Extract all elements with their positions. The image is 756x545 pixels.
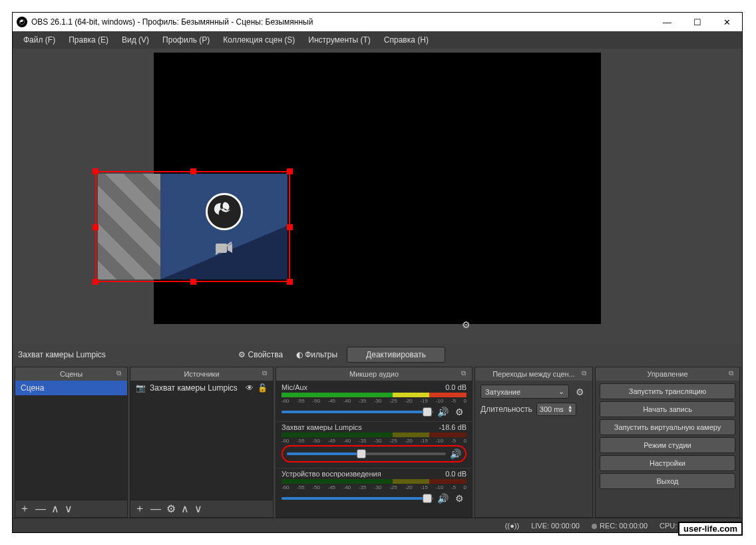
menu-view[interactable]: Вид (V) — [115, 33, 156, 47]
vu-meter — [282, 479, 467, 484]
popout-icon[interactable]: ⧉ — [262, 369, 270, 377]
gear-icon: ⚙ — [238, 350, 246, 359]
deactivate-button[interactable]: Деактивировать — [347, 347, 445, 363]
maximize-button[interactable]: ☐ — [682, 13, 712, 31]
menu-tools[interactable]: Инструменты (T) — [301, 33, 377, 47]
vu-meter — [282, 393, 467, 397]
resize-handle[interactable] — [190, 168, 196, 174]
exit-button[interactable]: Выход — [600, 473, 735, 489]
scene-up-button[interactable]: ∧ — [51, 502, 59, 515]
selected-source[interactable] — [95, 171, 290, 282]
camera-icon: 📷 — [136, 383, 146, 393]
duration-input[interactable]: 300 ms▲▼ — [536, 403, 576, 416]
window-controls: — ☐ ✕ — [652, 13, 742, 31]
scenes-dock: Сцены⧉ Сцена ＋ — ∧ ∨ — [15, 367, 128, 518]
transitions-dock: Переходы между сцен...⧉ Затухание⌄ ⚙ Дли… — [474, 367, 593, 518]
minimize-button[interactable]: — — [652, 13, 682, 31]
scene-item[interactable]: Сцена — [15, 381, 127, 395]
close-button[interactable]: ✕ — [712, 13, 742, 31]
start-stream-button[interactable]: Запустить трансляцию — [600, 383, 735, 399]
properties-button[interactable]: ⚙Свойства — [234, 348, 287, 361]
transition-settings-icon[interactable]: ⚙ — [573, 387, 587, 397]
popout-icon[interactable]: ⧉ — [116, 369, 124, 377]
mixer-channel-camera: Захват камеры Lumpics-18.6 dB -60-55-50-… — [276, 422, 472, 468]
selection-outline — [95, 171, 290, 282]
remove-source-button[interactable]: — — [150, 503, 161, 515]
statusbar: ((●)) LIVE: 00:00:00 REC: 00:00:00 CPU: … — [13, 518, 742, 532]
obs-window: OBS 26.1.1 (64-bit, windows) - Профиль: … — [12, 12, 743, 533]
rec-dot-icon — [592, 524, 597, 529]
channel-name: Устройство воспроизведения — [282, 470, 381, 478]
vu-meter — [282, 433, 467, 437]
highlighted-volume-slider: 🔊 — [282, 445, 467, 462]
popout-icon[interactable]: ⧉ — [582, 369, 590, 377]
rec-status: REC: 00:00:00 — [600, 522, 648, 530]
channel-name: Mic/Aux — [282, 383, 307, 391]
scenes-title: Сцены — [60, 370, 83, 378]
start-record-button[interactable]: Начать запись — [600, 401, 735, 417]
mixer-dock: Микшер аудио⧉ Mic/Aux0.0 dB -60-55-50-45… — [276, 367, 472, 518]
controls-dock: Управление⧉ Запустить трансляцию Начать … — [595, 367, 740, 518]
mixer-channel-playback: Устройство воспроизведения0.0 dB -60-55-… — [276, 468, 472, 508]
live-status: LIVE: 00:00:00 — [531, 522, 580, 530]
start-virtualcam-button[interactable]: Запустить виртуальную камеру — [600, 419, 735, 435]
resize-handle[interactable] — [93, 279, 98, 285]
docks: Сцены⧉ Сцена ＋ — ∧ ∨ Источники⧉ 📷 Захват… — [13, 367, 742, 518]
popout-icon[interactable]: ⧉ — [729, 369, 737, 377]
titlebar[interactable]: OBS 26.1.1 (64-bit, windows) - Профиль: … — [13, 13, 742, 31]
resize-handle[interactable] — [93, 224, 98, 230]
remove-scene-button[interactable]: — — [35, 503, 46, 515]
resize-handle[interactable] — [190, 279, 196, 285]
filters-button[interactable]: ◐Фильтры — [292, 348, 341, 361]
source-toolbar: Захват камеры Lumpics ⚙Свойства ◐Фильтры… — [13, 343, 742, 367]
scene-down-button[interactable]: ∨ — [65, 502, 73, 515]
sources-dock: Источники⧉ 📷 Захват камеры Lumpics 👁 🔓 ＋… — [130, 367, 274, 518]
meter-ticks: -60-55-50-45-40-35-30-25-20-15-10-50 — [282, 398, 467, 404]
preview-area[interactable] — [13, 49, 742, 343]
add-scene-button[interactable]: ＋ — [19, 502, 30, 516]
resize-handle[interactable] — [287, 168, 293, 174]
sources-title: Источники — [184, 370, 219, 378]
resize-handle[interactable] — [93, 168, 98, 174]
chevron-icon: ⌄ — [558, 387, 564, 396]
menu-scenes[interactable]: Коллекция сцен (S) — [216, 33, 301, 47]
watermark: user-life.com — [678, 522, 743, 536]
menu-profile[interactable]: Профиль (P) — [156, 33, 216, 47]
channel-level: 0.0 dB — [445, 383, 467, 391]
meter-ticks: -60-55-50-45-40-35-30-25-20-15-10-50 — [282, 484, 467, 490]
channel-level: 0.0 dB — [445, 470, 467, 478]
menu-edit[interactable]: Правка (E) — [62, 33, 115, 47]
settings-button[interactable]: Настройки — [600, 455, 735, 471]
volume-slider[interactable] — [287, 453, 446, 455]
source-up-button[interactable]: ∧ — [181, 502, 189, 515]
selected-source-label: Захват камеры Lumpics — [18, 350, 106, 359]
controls-title: Управление — [647, 370, 687, 378]
speaker-icon[interactable]: 🔊 — [437, 407, 449, 417]
source-down-button[interactable]: ∨ — [194, 502, 202, 515]
popout-icon[interactable]: ⧉ — [461, 369, 469, 377]
channel-level: -18.6 dB — [439, 423, 467, 431]
channel-settings-icon[interactable]: ⚙ — [453, 407, 467, 417]
duration-label: Длительность — [480, 405, 532, 414]
visibility-icon[interactable]: 👁 — [246, 383, 254, 393]
lock-icon[interactable]: 🔓 — [258, 383, 268, 393]
preview-canvas[interactable] — [154, 53, 601, 324]
menu-file[interactable]: Файл (F) — [17, 33, 62, 47]
menu-help[interactable]: Справка (H) — [377, 33, 435, 47]
speaker-icon[interactable]: 🔊 — [450, 449, 461, 459]
channel-settings-icon[interactable]: ⚙ — [453, 493, 467, 504]
meter-ticks: -60-55-50-45-40-35-30-25-20-15-10-50 — [282, 438, 467, 444]
volume-slider[interactable] — [282, 411, 433, 413]
speaker-icon[interactable]: 🔊 — [437, 493, 449, 504]
resize-handle[interactable] — [287, 279, 293, 285]
mixer-channel-mic: Mic/Aux0.0 dB -60-55-50-45-40-35-30-25-2… — [276, 382, 472, 422]
add-source-button[interactable]: ＋ — [134, 502, 145, 516]
channel-name: Захват камеры Lumpics — [282, 423, 362, 431]
source-item[interactable]: 📷 Захват камеры Lumpics 👁 🔓 — [130, 381, 273, 395]
source-props-button[interactable]: ⚙ — [166, 502, 176, 515]
studio-mode-button[interactable]: Режим студии — [600, 437, 735, 453]
resize-handle[interactable] — [287, 224, 293, 230]
volume-slider[interactable] — [282, 497, 433, 500]
transition-select[interactable]: Затухание⌄ — [480, 385, 569, 399]
filters-icon: ◐ — [296, 350, 303, 359]
